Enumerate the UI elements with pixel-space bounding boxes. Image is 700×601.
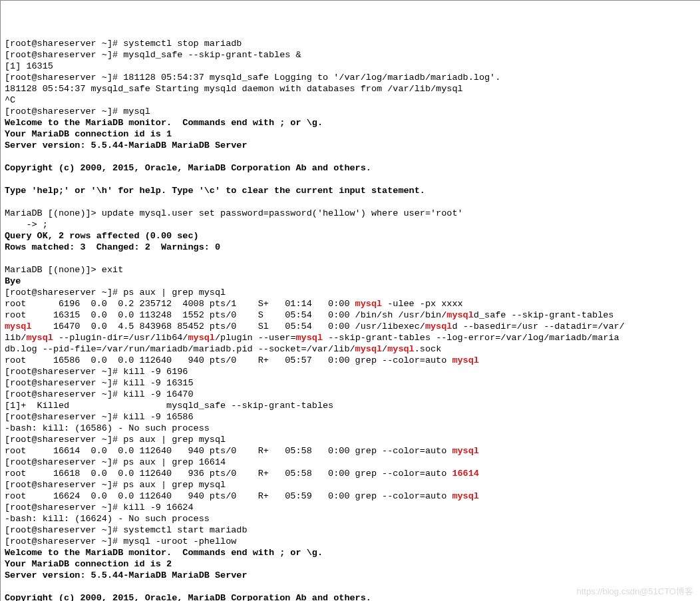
sql-semi: ;: [43, 220, 48, 230]
ps-row: root 16315 0.0 0.0 113248 1552 pts/0 S 0…: [5, 310, 446, 320]
hl-mysql: mysql: [188, 333, 215, 343]
watermark: https://blog.csdn@51CTO博客: [576, 586, 693, 597]
cmd-psaux: ps aux | grep mysql: [123, 288, 226, 298]
help-line: Type 'help;' or '\h' for help. Type '\c'…: [5, 186, 425, 196]
shell-prompt: [root@shareserver ~]#: [5, 50, 123, 60]
cmd-kill: kill -9 16624: [123, 502, 193, 512]
job-id: [1] 16315: [5, 61, 53, 71]
ps-row: root 16586 0.0 0.0 112640 940 pts/0 R+ 0…: [5, 355, 452, 365]
cmd-start: systemctl start mariadb: [123, 525, 247, 535]
ps-row: root 16618 0.0 0.0 112640 936 pts/0 R+ 0…: [5, 469, 452, 479]
server-version: Server version: 5.5.44-MariaDB MariaDB S…: [5, 570, 248, 580]
hl-mysql: mysql: [5, 321, 32, 331]
welcome-line: Welcome to the MariaDB monitor. Commands…: [5, 118, 323, 128]
hl-mysql: mysql: [26, 333, 53, 343]
terminal-output: [root@shareserver ~]# systemctl stop mar…: [5, 38, 697, 601]
cmd-mysql: mysql: [123, 106, 150, 116]
cmd-kill: kill -9 16315: [123, 378, 193, 388]
hl-mysql: mysql: [355, 299, 383, 309]
hl-mysql: mysql: [452, 355, 479, 365]
shell-prompt: [root@shareserver ~]#: [5, 412, 123, 422]
cont-prompt: ->: [5, 220, 43, 230]
shell-prompt: [root@shareserver ~]#: [5, 457, 123, 467]
rows-matched: Rows matched: 3 Changed: 2 Warnings: 0: [5, 242, 220, 252]
shell-prompt: [root@shareserver ~]#: [5, 480, 123, 490]
log-line: 181128 05:54:37 mysqld_safe Logging to '…: [123, 73, 500, 83]
shell-prompt: [root@shareserver ~]#: [5, 378, 123, 388]
cmd-stop-mariadb: systemctl stop mariadb: [123, 39, 242, 49]
connection-id: Your MariaDB connection id is 2: [5, 559, 172, 569]
mariadb-prompt: MariaDB [(none)]>: [5, 208, 102, 218]
mariadb-prompt: MariaDB [(none)]>: [5, 265, 102, 275]
cmd-psaux: ps aux | grep 16614: [123, 457, 226, 467]
ps-row: root 16624 0.0 0.0 112640 940 pts/0 R+ 0…: [5, 491, 452, 501]
hl-pid: 16614: [452, 469, 479, 479]
cmd-kill: kill -9 16586: [123, 412, 193, 422]
ps-row: root 16614 0.0 0.0 112640 940 pts/0 R+ 0…: [5, 446, 452, 456]
hl-mysql: mysql: [355, 344, 383, 354]
sql-update: update mysql.user set password=password(…: [102, 208, 463, 218]
shell-prompt: [root@shareserver ~]#: [5, 389, 123, 399]
hl-mysql: mysql: [387, 344, 415, 354]
cmd-psaux: ps aux | grep mysql: [123, 435, 226, 445]
shell-prompt: [root@shareserver ~]#: [5, 367, 123, 377]
cmd-exit: exit: [102, 265, 123, 275]
server-version: Server version: 5.5.44-MariaDB MariaDB S…: [5, 140, 248, 150]
hl-mysql: mysql: [296, 333, 323, 343]
cmd-login: mysql -uroot -phellow: [123, 536, 236, 546]
shell-prompt: [root@shareserver ~]#: [5, 106, 123, 116]
bye: Bye: [5, 276, 21, 286]
connection-id: Your MariaDB connection id is 1: [5, 129, 172, 139]
hl-mysql: mysql: [452, 446, 479, 456]
welcome-line: Welcome to the MariaDB monitor. Commands…: [5, 548, 323, 558]
ps-row: root 6196 0.0 0.2 235712 4008 pts/1 S+ 0…: [5, 299, 355, 309]
no-such-process: -bash: kill: (16624) - No such process: [5, 514, 210, 524]
copyright-line: Copyright (c) 2000, 2015, Oracle, MariaD…: [5, 163, 371, 173]
hl-mysql: mysql: [425, 321, 452, 331]
shell-prompt: [root@shareserver ~]#: [5, 502, 123, 512]
shell-prompt: [root@shareserver ~]#: [5, 288, 123, 298]
hl-mysql: mysql: [446, 310, 474, 320]
no-such-process: -bash: kill: (16586) - No such process: [5, 423, 210, 433]
hl-mysql: mysql: [452, 491, 479, 501]
shell-prompt: [root@shareserver ~]#: [5, 73, 123, 83]
shell-prompt: [root@shareserver ~]#: [5, 39, 123, 49]
shell-prompt: [root@shareserver ~]#: [5, 536, 123, 546]
log-line: 181128 05:54:37 mysqld_safe Starting mys…: [5, 84, 463, 94]
shell-prompt: [root@shareserver ~]#: [5, 525, 123, 535]
cmd-psaux: ps aux | grep mysql: [123, 480, 226, 490]
query-ok: Query OK, 2 rows affected (0.00 sec): [5, 231, 199, 241]
killed-line: [1]+ Killed mysqld_safe --skip-grant-tab…: [5, 401, 333, 411]
ctrl-c: ^C: [5, 95, 15, 105]
cmd-kill: kill -9 16470: [123, 389, 193, 399]
cmd-safe: mysqld_safe --skip-grant-tables &: [123, 50, 301, 60]
copyright-line: Copyright (c) 2000, 2015, Oracle, MariaD…: [5, 593, 371, 601]
cmd-kill: kill -9 6196: [123, 367, 188, 377]
shell-prompt: [root@shareserver ~]#: [5, 435, 123, 445]
